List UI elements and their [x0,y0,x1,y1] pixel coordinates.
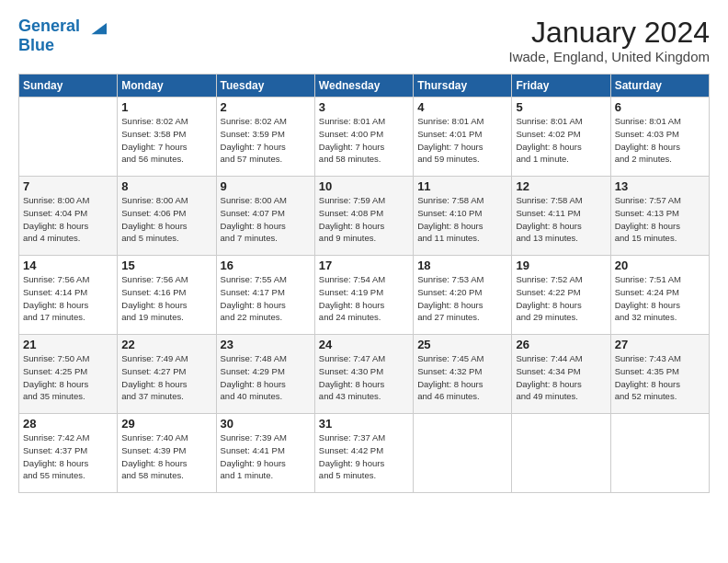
day-info: Sunrise: 7:37 AM Sunset: 4:42 PM Dayligh… [319,431,409,482]
logo: General Blue [18,17,107,53]
logo-text: General [18,17,107,37]
day-info: Sunrise: 7:53 AM Sunset: 4:20 PM Dayligh… [417,273,507,324]
day-info: Sunrise: 7:39 AM Sunset: 4:41 PM Dayligh… [221,431,311,482]
page: General Blue January 2024 Iwade, England… [0,0,728,504]
calendar-cell: 24Sunrise: 7:47 AM Sunset: 4:30 PM Dayli… [314,335,413,414]
day-number: 12 [516,179,606,193]
day-number: 2 [221,100,311,114]
day-number: 31 [319,417,409,431]
day-info: Sunrise: 7:51 AM Sunset: 4:24 PM Dayligh… [615,273,705,324]
day-number: 23 [221,338,311,351]
day-info: Sunrise: 8:01 AM Sunset: 4:03 PM Dayligh… [615,115,705,166]
day-number: 4 [417,100,507,114]
day-number: 5 [516,100,606,114]
day-info: Sunrise: 7:59 AM Sunset: 4:08 PM Dayligh… [319,194,409,245]
day-number: 20 [615,259,705,272]
weekday-header-wednesday: Wednesday [314,75,413,98]
calendar-cell: 23Sunrise: 7:48 AM Sunset: 4:29 PM Dayli… [216,335,314,414]
day-number: 7 [23,179,113,193]
calendar-cell: 31Sunrise: 7:37 AM Sunset: 4:42 PM Dayli… [314,414,413,493]
day-info: Sunrise: 7:52 AM Sunset: 4:22 PM Dayligh… [516,273,606,324]
weekday-header-monday: Monday [118,75,216,98]
day-info: Sunrise: 7:43 AM Sunset: 4:35 PM Dayligh… [615,352,705,403]
day-number: 26 [516,338,606,351]
day-number: 3 [319,100,409,114]
day-info: Sunrise: 7:57 AM Sunset: 4:13 PM Dayligh… [615,194,705,245]
day-number: 22 [121,338,211,351]
weekday-header-friday: Friday [512,75,610,98]
day-info: Sunrise: 7:40 AM Sunset: 4:39 PM Dayligh… [121,431,211,482]
calendar-cell: 12Sunrise: 7:58 AM Sunset: 4:11 PM Dayli… [512,177,610,256]
calendar-cell: 17Sunrise: 7:54 AM Sunset: 4:19 PM Dayli… [314,256,413,335]
location: Iwade, England, United Kingdom [509,49,710,64]
month-title: January 2024 [509,17,710,49]
header: General Blue January 2024 Iwade, England… [18,17,710,64]
calendar-cell: 22Sunrise: 7:49 AM Sunset: 4:27 PM Dayli… [118,335,216,414]
day-number: 14 [23,259,113,272]
calendar-cell: 3Sunrise: 8:01 AM Sunset: 4:00 PM Daylig… [314,98,413,177]
day-info: Sunrise: 7:58 AM Sunset: 4:11 PM Dayligh… [516,194,606,245]
calendar-week-row: 14Sunrise: 7:56 AM Sunset: 4:14 PM Dayli… [19,256,710,335]
calendar-cell: 10Sunrise: 7:59 AM Sunset: 4:08 PM Dayli… [314,177,413,256]
weekday-header-thursday: Thursday [414,75,512,98]
calendar-cell: 2Sunrise: 8:02 AM Sunset: 3:59 PM Daylig… [216,98,314,177]
day-number: 28 [23,417,113,431]
day-info: Sunrise: 8:00 AM Sunset: 4:07 PM Dayligh… [221,194,311,245]
weekday-header-tuesday: Tuesday [216,75,314,98]
calendar-cell: 26Sunrise: 7:44 AM Sunset: 4:34 PM Dayli… [512,335,610,414]
calendar-cell: 27Sunrise: 7:43 AM Sunset: 4:35 PM Dayli… [610,335,709,414]
calendar-cell: 30Sunrise: 7:39 AM Sunset: 4:41 PM Dayli… [216,414,314,493]
calendar-cell: 25Sunrise: 7:45 AM Sunset: 4:32 PM Dayli… [414,335,512,414]
day-info: Sunrise: 7:48 AM Sunset: 4:29 PM Dayligh… [221,352,311,403]
day-info: Sunrise: 7:45 AM Sunset: 4:32 PM Dayligh… [417,352,507,403]
calendar-cell [414,414,512,493]
day-info: Sunrise: 7:56 AM Sunset: 4:16 PM Dayligh… [121,273,211,324]
day-number: 13 [615,179,705,193]
day-number: 24 [319,338,409,351]
day-number: 25 [417,338,507,351]
calendar-cell: 7Sunrise: 8:00 AM Sunset: 4:04 PM Daylig… [19,177,118,256]
day-info: Sunrise: 7:55 AM Sunset: 4:17 PM Dayligh… [221,273,311,324]
calendar-cell: 1Sunrise: 8:02 AM Sunset: 3:58 PM Daylig… [118,98,216,177]
logo-blue: Blue [18,37,107,53]
svg-marker-0 [92,23,108,34]
day-info: Sunrise: 8:01 AM Sunset: 4:00 PM Dayligh… [319,115,409,166]
calendar-cell: 8Sunrise: 8:00 AM Sunset: 4:06 PM Daylig… [118,177,216,256]
calendar-cell: 6Sunrise: 8:01 AM Sunset: 4:03 PM Daylig… [610,98,709,177]
calendar-cell: 13Sunrise: 7:57 AM Sunset: 4:13 PM Dayli… [610,177,709,256]
calendar-cell [19,98,118,177]
day-number: 15 [121,259,211,272]
day-number: 10 [319,179,409,193]
calendar-cell: 4Sunrise: 8:01 AM Sunset: 4:01 PM Daylig… [414,98,512,177]
calendar-cell: 9Sunrise: 8:00 AM Sunset: 4:07 PM Daylig… [216,177,314,256]
calendar-cell: 5Sunrise: 8:01 AM Sunset: 4:02 PM Daylig… [512,98,610,177]
day-number: 29 [121,417,211,431]
calendar-cell: 19Sunrise: 7:52 AM Sunset: 4:22 PM Dayli… [512,256,610,335]
day-number: 1 [121,100,211,114]
calendar-cell: 14Sunrise: 7:56 AM Sunset: 4:14 PM Dayli… [19,256,118,335]
day-info: Sunrise: 7:42 AM Sunset: 4:37 PM Dayligh… [23,431,113,482]
day-number: 9 [221,179,311,193]
day-info: Sunrise: 8:02 AM Sunset: 3:59 PM Dayligh… [221,115,311,166]
title-block: January 2024 Iwade, England, United King… [509,17,710,64]
day-info: Sunrise: 7:49 AM Sunset: 4:27 PM Dayligh… [121,352,211,403]
day-number: 19 [516,259,606,272]
day-number: 8 [121,179,211,193]
calendar-table: SundayMondayTuesdayWednesdayThursdayFrid… [18,74,710,493]
weekday-header-row: SundayMondayTuesdayWednesdayThursdayFrid… [19,75,710,98]
weekday-header-saturday: Saturday [610,75,709,98]
day-info: Sunrise: 8:01 AM Sunset: 4:01 PM Dayligh… [417,115,507,166]
calendar-cell [610,414,709,493]
day-number: 11 [417,179,507,193]
weekday-header-sunday: Sunday [19,75,118,98]
day-info: Sunrise: 7:44 AM Sunset: 4:34 PM Dayligh… [516,352,606,403]
calendar-cell: 29Sunrise: 7:40 AM Sunset: 4:39 PM Dayli… [118,414,216,493]
calendar-cell: 21Sunrise: 7:50 AM Sunset: 4:25 PM Dayli… [19,335,118,414]
day-number: 27 [615,338,705,351]
day-number: 30 [221,417,311,431]
day-info: Sunrise: 7:50 AM Sunset: 4:25 PM Dayligh… [23,352,113,403]
day-info: Sunrise: 7:54 AM Sunset: 4:19 PM Dayligh… [319,273,409,324]
calendar-cell: 15Sunrise: 7:56 AM Sunset: 4:16 PM Dayli… [118,256,216,335]
day-info: Sunrise: 8:00 AM Sunset: 4:04 PM Dayligh… [23,194,113,245]
day-number: 18 [417,259,507,272]
